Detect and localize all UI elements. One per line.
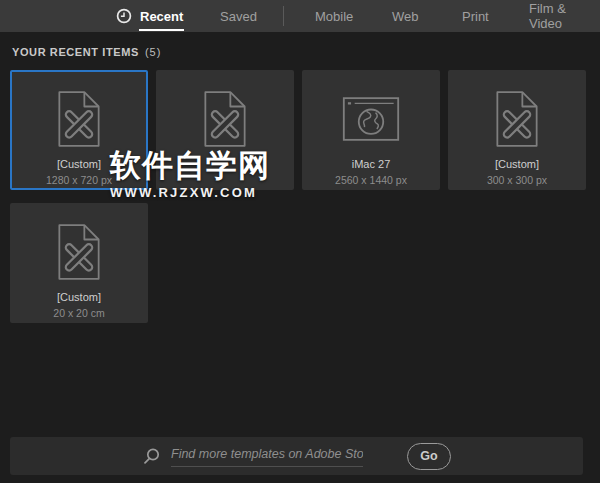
tab-print[interactable]: Print [461, 0, 490, 32]
document-x-icon [54, 87, 104, 151]
recent-item-card-custom-300x300[interactable]: [Custom] 300 x 300 px [448, 70, 586, 190]
new-document-dialog: Recent Saved Mobile Web Print Film & Vid… [0, 0, 600, 483]
recent-item-card-custom-20x20cm[interactable]: [Custom] 20 x 20 cm [10, 203, 148, 323]
recent-item-card-2[interactable] [156, 70, 294, 190]
search-icon [142, 447, 161, 466]
tab-film-video[interactable]: Film & Video [528, 0, 600, 32]
section-header: YOUR RECENT ITEMS(5) [12, 46, 161, 58]
item-size: 300 x 300 px [487, 174, 547, 186]
go-button[interactable]: Go [407, 443, 451, 470]
item-name: [Custom] [495, 158, 539, 171]
clock-icon [116, 8, 132, 24]
tab-mobile[interactable]: Mobile [314, 0, 354, 32]
recent-item-card-imac27[interactable]: iMac 27 2560 x 1440 px [302, 70, 440, 190]
tab-recent[interactable]: Recent [116, 0, 184, 32]
recent-item-card-custom-1280x720[interactable]: [Custom] 1280 x 720 px [10, 70, 148, 190]
tab-recent-label: Recent [139, 9, 184, 24]
browser-globe-icon [342, 87, 400, 151]
tab-saved[interactable]: Saved [219, 0, 258, 32]
item-name: [Custom] [57, 158, 101, 171]
document-x-icon [492, 87, 542, 151]
recent-items-grid: [Custom] 1280 x 720 px [10, 70, 590, 323]
tab-divider [283, 6, 284, 26]
tab-bar: Recent Saved Mobile Web Print Film & Vid… [0, 0, 600, 32]
item-name: iMac 27 [352, 158, 391, 171]
item-name: [Custom] [57, 291, 101, 304]
document-x-icon [200, 87, 250, 151]
adobe-stock-search-bar: Go [10, 437, 583, 475]
document-x-icon [54, 220, 104, 284]
stock-search-input[interactable] [171, 445, 363, 467]
section-title: YOUR RECENT ITEMS [12, 46, 139, 58]
item-size: 2560 x 1440 px [335, 174, 407, 186]
tab-web[interactable]: Web [391, 0, 420, 32]
section-count: (5) [145, 46, 161, 58]
item-size: 1280 x 720 px [46, 174, 112, 186]
item-size: 20 x 20 cm [53, 307, 104, 319]
